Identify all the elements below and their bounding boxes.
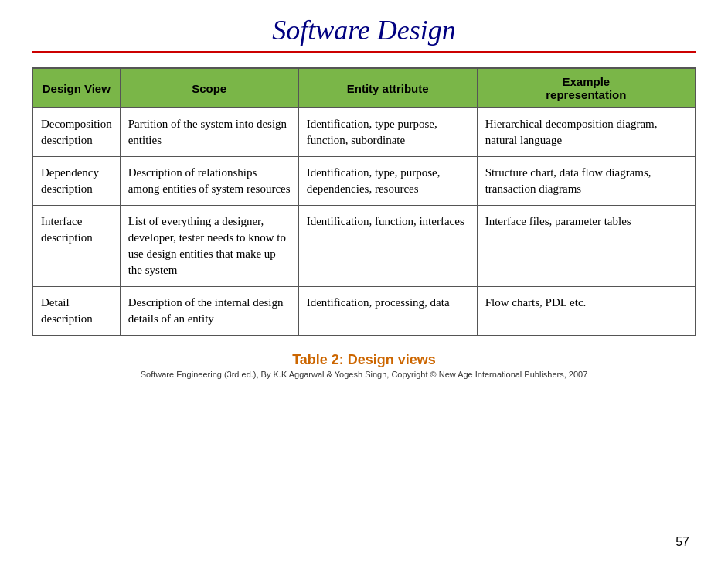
caption-label: Table 2: [292, 352, 344, 367]
table-caption: Table 2: Design views Software Engineeri… [141, 352, 588, 379]
design-views-table: Design View Scope Entity attribute Examp… [32, 68, 696, 336]
page-container: Software Design Design View Scope Entity… [0, 0, 728, 563]
col-header-design-view: Design View [33, 69, 121, 108]
table-row: Detail description Description of the in… [33, 287, 696, 336]
cell-entity-2: Identification, type, purpose, dependenc… [298, 157, 477, 206]
cell-entity-3: Identification, function, interfaces [298, 206, 477, 287]
cell-example-2: Structure chart, data flow diagrams, tra… [477, 157, 695, 206]
cell-scope-4: Description of the internal design detai… [120, 287, 298, 336]
caption-main-text: Table 2: Design views [141, 352, 588, 368]
cell-scope-1: Partition of the system into design enti… [120, 108, 298, 157]
table-header-row: Design View Scope Entity attribute Examp… [33, 69, 696, 108]
cell-entity-4: Identification, processing, data [298, 287, 477, 336]
cell-example-3: Interface files, parameter tables [477, 206, 695, 287]
table-row: Decomposition description Partition of t… [33, 108, 696, 157]
page-number: 57 [675, 535, 689, 549]
cell-design-view-4: Detail description [33, 287, 121, 336]
col-header-scope: Scope [120, 69, 298, 108]
cell-design-view-1: Decomposition description [33, 108, 121, 157]
caption-title: Design views [344, 352, 436, 367]
col-header-entity: Entity attribute [298, 69, 477, 108]
cell-example-4: Flow charts, PDL etc. [477, 287, 695, 336]
cell-design-view-2: Dependency description [33, 157, 121, 206]
cell-example-1: Hierarchical decomposition diagram, natu… [477, 108, 695, 157]
cell-design-view-3: Interface description [33, 206, 121, 287]
title-underline [32, 51, 696, 53]
cell-scope-3: List of everything a designer, developer… [120, 206, 298, 287]
main-table-wrapper: Design View Scope Entity attribute Examp… [32, 67, 696, 336]
cell-entity-1: Identification, type purpose, function, … [298, 108, 477, 157]
caption-sub-text: Software Engineering (3rd ed.), By K.K A… [141, 370, 588, 379]
col-header-example: Examplerepresentation [477, 69, 695, 108]
table-row: Interface description List of everything… [33, 206, 696, 287]
page-title: Software Design [272, 14, 456, 46]
table-row: Dependency description Description of re… [33, 157, 696, 206]
cell-scope-2: Description of relationships among entit… [120, 157, 298, 206]
